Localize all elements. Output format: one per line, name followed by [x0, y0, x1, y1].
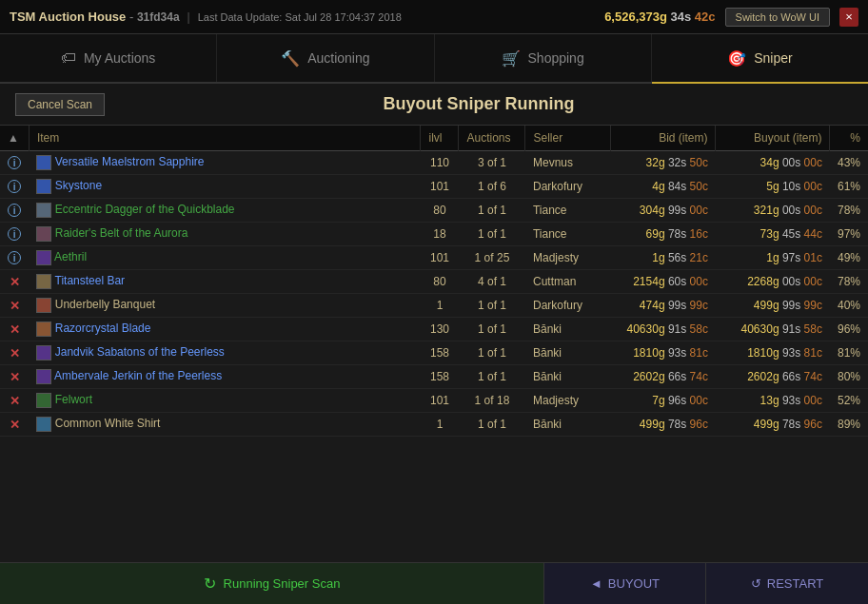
row-status: i	[0, 151, 29, 175]
item-icon	[36, 298, 51, 313]
row-item[interactable]: Underbelly Banquet	[29, 294, 421, 318]
row-item[interactable]: Common White Shirt	[29, 413, 421, 437]
row-item[interactable]: Raider's Belt of the Aurora	[29, 223, 421, 246]
item-icon	[36, 393, 51, 408]
table-row: ✕ Jandvik Sabatons of the Peerless1581 o…	[0, 341, 868, 365]
footer: ↻ Running Sniper Scan ◄ BUYOUT ↺ RESTART	[0, 562, 868, 604]
row-pct: 96%	[830, 318, 868, 341]
row-item[interactable]: Eccentric Dagger of the Quickblade	[29, 199, 421, 223]
row-buyout: 321g 00s 00c	[716, 199, 830, 223]
tab-my-auctions[interactable]: 🏷 My Auctions	[0, 34, 217, 82]
row-auctions: 3 of 1	[459, 151, 525, 175]
buyout-button[interactable]: ◄ BUYOUT	[544, 563, 706, 605]
row-item[interactable]: Skystone	[29, 175, 421, 199]
item-name[interactable]: Versatile Maelstrom Sapphire	[55, 155, 205, 168]
row-pct: 89%	[830, 413, 868, 437]
switch-wow-ui-button[interactable]: Switch to WoW UI	[725, 8, 830, 27]
row-auctions: 1 of 1	[459, 341, 525, 365]
row-buyout: 499g 78s 96c	[716, 413, 830, 437]
sniper-icon: 🎯	[727, 49, 746, 68]
row-pct: 40%	[830, 294, 868, 318]
item-icon	[36, 369, 51, 384]
table-row: i Raider's Belt of the Aurora181 of 1Tia…	[0, 223, 868, 246]
row-status: ✕	[0, 389, 29, 413]
row-item[interactable]: Titansteel Bar	[29, 270, 421, 294]
item-name[interactable]: Ambervale Jerkin of the Peerless	[54, 369, 222, 382]
row-auctions: 1 of 6	[459, 175, 525, 199]
item-name[interactable]: Felwort	[55, 393, 92, 406]
row-bid: 4g 84s 50c	[611, 175, 716, 199]
tab-sniper[interactable]: 🎯 Sniper	[652, 34, 868, 84]
header-pct[interactable]: %	[830, 126, 868, 151]
restart-label: RESTART	[767, 576, 823, 591]
row-bid: 69g 78s 16c	[611, 223, 716, 246]
row-status: ✕	[0, 341, 29, 365]
row-auctions: 1 of 1	[459, 223, 525, 246]
row-item[interactable]: Aethril	[29, 246, 421, 270]
item-name[interactable]: Aethril	[54, 250, 87, 263]
row-status: i	[0, 246, 29, 270]
header-auctions[interactable]: Auctions	[459, 126, 525, 151]
header-seller[interactable]: Seller	[525, 126, 611, 151]
cancel-scan-button[interactable]: Cancel Scan	[15, 93, 105, 116]
item-name[interactable]: Jandvik Sabatons of the Peerless	[55, 345, 225, 359]
running-scan-label: Running Sniper Scan	[224, 576, 341, 591]
tab-shopping[interactable]: 🛒 Shopping	[435, 34, 652, 82]
row-item[interactable]: Versatile Maelstrom Sapphire	[29, 151, 421, 175]
row-seller: Mevnus	[525, 151, 611, 175]
row-item[interactable]: Felwort	[29, 389, 421, 413]
row-bid: 7g 96s 00c	[611, 389, 716, 413]
table-row: ✕ Felwort1011 of 18Madjesty7g 96s 00c13g…	[0, 389, 868, 413]
row-item[interactable]: Ambervale Jerkin of the Peerless	[29, 365, 421, 389]
tab-auctioning-label: Auctioning	[307, 50, 369, 66]
tab-my-auctions-label: My Auctions	[84, 50, 155, 66]
row-status: ✕	[0, 365, 29, 389]
row-item[interactable]: Razorcrystal Blade	[29, 318, 421, 341]
item-name[interactable]: Titansteel Bar	[55, 274, 126, 287]
header-ilvl[interactable]: ilvl	[421, 126, 459, 151]
row-buyout: 5g 10s 00c	[716, 175, 830, 199]
close-button[interactable]: ×	[839, 8, 858, 27]
item-name[interactable]: Raider's Belt of the Aurora	[55, 226, 188, 240]
row-buyout: 73g 45s 44c	[716, 223, 830, 246]
row-ilvl: 80	[421, 270, 459, 294]
header-bid[interactable]: Bid (item)	[611, 126, 716, 151]
last-update: Last Data Update: Sat Jul 28 17:04:37 20…	[198, 11, 402, 23]
item-name[interactable]: Common White Shirt	[55, 417, 161, 430]
row-buyout: 1g 97s 01c	[716, 246, 830, 270]
row-buyout: 40630g 91s 58c	[716, 318, 830, 341]
row-status: i	[0, 223, 29, 246]
row-auctions: 1 of 25	[459, 246, 525, 270]
running-scan-button[interactable]: ↻ Running Sniper Scan	[0, 563, 544, 605]
row-item[interactable]: Jandvik Sabatons of the Peerless	[29, 341, 421, 365]
app-title: TSM Auction House - 31fd34a	[10, 10, 180, 24]
status-x-icon: ✕	[10, 346, 20, 360]
item-name[interactable]: Skystone	[55, 179, 102, 192]
row-buyout: 499g 99s 99c	[716, 294, 830, 318]
header-buyout[interactable]: Buyout (item)	[716, 126, 830, 151]
row-pct: 97%	[830, 223, 868, 246]
status-x-icon: ✕	[10, 322, 20, 337]
row-buyout: 2268g 00s 00c	[716, 270, 830, 294]
row-auctions: 1 of 1	[459, 199, 525, 223]
table-row: ✕ Common White Shirt11 of 1Bānki499g 78s…	[0, 413, 868, 437]
row-bid: 40630g 91s 58c	[611, 318, 716, 341]
restart-button[interactable]: ↺ RESTART	[706, 563, 868, 605]
row-pct: 43%	[830, 151, 868, 175]
header-item[interactable]: Item	[29, 126, 421, 151]
row-status: ✕	[0, 270, 29, 294]
auction-table: ▲ Item ilvl Auctions Seller Bid (item) B…	[0, 126, 868, 437]
table-body: i Versatile Maelstrom Sapphire1103 of 1M…	[0, 151, 868, 437]
row-seller: Bānki	[525, 413, 611, 437]
tab-auctioning[interactable]: 🔨 Auctioning	[217, 34, 434, 82]
item-name[interactable]: Underbelly Banquet	[55, 298, 155, 311]
row-ilvl: 18	[421, 223, 459, 246]
title-bar: TSM Auction House - 31fd34a | Last Data …	[0, 0, 868, 34]
header-sort[interactable]: ▲	[0, 126, 29, 151]
status-x-icon: ✕	[10, 299, 20, 313]
item-name[interactable]: Eccentric Dagger of the Quickblade	[55, 203, 235, 216]
item-name[interactable]: Razorcrystal Blade	[55, 321, 151, 335]
row-pct: 81%	[830, 341, 868, 365]
nav-tabs: 🏷 My Auctions 🔨 Auctioning 🛒 Shopping 🎯 …	[0, 34, 868, 84]
row-status: ✕	[0, 318, 29, 341]
